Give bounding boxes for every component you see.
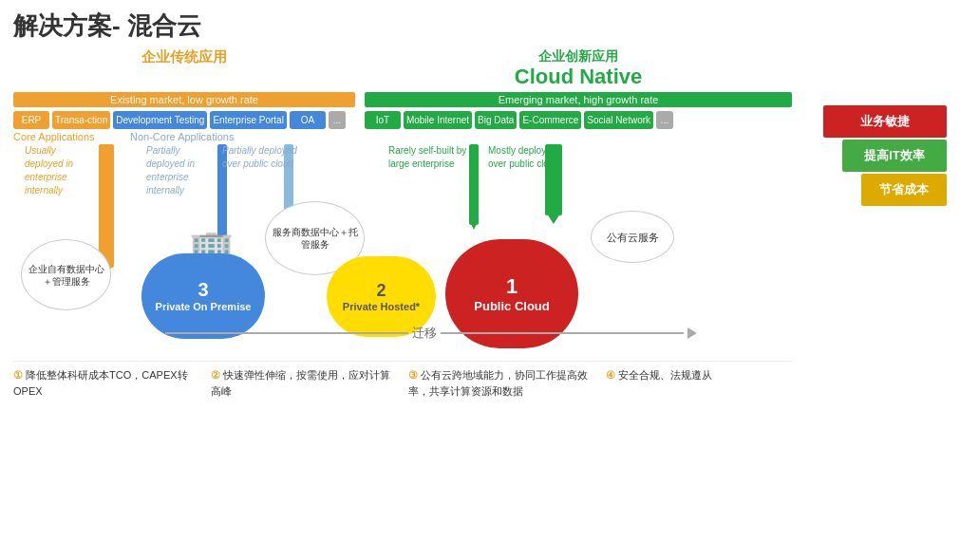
migration-label: 迁移	[412, 325, 437, 342]
diagram-section: Usually deployed in enterprise internall…	[13, 144, 792, 353]
label-core: Core Applications	[13, 131, 122, 142]
app-box-mobile: Mobile Internet	[404, 111, 472, 129]
main-container: 解决方案- 混合云 企业传统应用 企业创新应用 Cloud Native Exi…	[0, 0, 960, 560]
growth-bars: Existing market, low growth rate Emergin…	[13, 92, 792, 107]
flow-arrow-orange	[99, 144, 114, 268]
app-box-erp: ERP	[13, 111, 49, 129]
app-box-portal: Enterprise Portal	[210, 111, 286, 129]
left-panel: 企业传统应用 企业创新应用 Cloud Native Existing mark…	[13, 48, 792, 542]
app-box-trans: Transa-ction	[52, 111, 110, 129]
deploy-col-orange: Usually deployed in enterprise internall…	[25, 144, 96, 197]
app-box-bigdata: Big Data	[475, 111, 517, 129]
bar-it: 提高IT效率	[842, 140, 947, 172]
bullet-2: ② 快速弹性伸缩，按需使用，应对计算高峰	[211, 367, 397, 399]
deploy-col-blue2: Partially deployed over public cloud	[222, 144, 298, 171]
right-panel: 业务敏捷 提高IT效率 节省成本	[792, 48, 947, 542]
label-noncore: Non-Core Applications	[126, 131, 316, 142]
app-box-oa: OA	[290, 111, 326, 129]
growth-right: Emerging market, high growth rate	[365, 92, 792, 107]
migration-line	[165, 332, 408, 334]
section-headers: 企业传统应用 企业创新应用 Cloud Native	[13, 48, 792, 88]
bubble-public-cloud: 公有云服务	[591, 211, 674, 263]
flow-arrowhead-green2	[545, 211, 562, 224]
deploy-col-green2: Mostly deployed over public cloud	[488, 144, 574, 171]
traditional-header: 企业传统应用	[13, 48, 355, 88]
bottom-bullets: ① 降低整体科研成本TCO，CAPEX转OPEX ② 快速弹性伸缩，按需使用，应…	[13, 361, 792, 399]
growth-left: Existing market, low growth rate	[13, 92, 355, 107]
migration-arrowhead	[687, 327, 697, 339]
flow-arrowhead-green1	[469, 220, 479, 230]
deploy-col-blue1: Partially deployed in enterprise interna…	[146, 144, 217, 197]
page-title: 解决方案- 混合云	[13, 9, 947, 43]
labels-row: Core Applications Non-Core Applications	[13, 131, 792, 142]
app-box-devtest: Development Testing	[113, 111, 207, 129]
cloud-native-header: 企业创新应用 Cloud Native	[365, 48, 792, 88]
app-box-iot: IoT	[365, 111, 401, 129]
bubble-enterprise-dc: 企业自有数据中心＋管理服务	[21, 239, 111, 310]
bar-cost: 节省成本	[861, 174, 947, 206]
migration-line2	[441, 332, 684, 334]
bar-agile: 业务敏捷	[823, 105, 947, 138]
bullet-4: ④ 安全合规、法规遵从	[606, 367, 792, 399]
app-box-dots1: ...	[329, 111, 346, 129]
deploy-col-green1: Rarely self-built by large enterprise	[388, 144, 474, 171]
app-boxes-row: ERP Transa-ction Development Testing Ent…	[13, 111, 792, 129]
migration-row: 迁移	[165, 325, 697, 342]
app-box-social: Social Network	[584, 111, 653, 129]
bullet-3: ③ 公有云跨地域能力，协同工作提高效率，共享计算资源和数据	[408, 367, 594, 399]
bullet-1: ① 降低整体科研成本TCO，CAPEX转OPEX	[13, 367, 199, 399]
content-area: 企业传统应用 企业创新应用 Cloud Native Existing mark…	[13, 48, 947, 542]
app-box-ecommerce: E-Commerce	[519, 111, 581, 129]
app-box-dots2: ...	[656, 111, 673, 129]
